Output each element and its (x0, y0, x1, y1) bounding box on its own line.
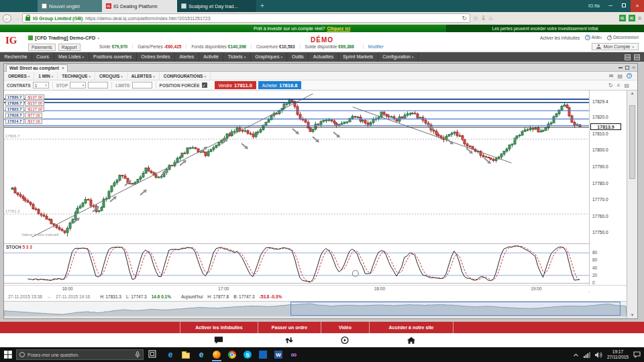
price-chart-area[interactable]: Valeur à titre indicatif 17830.7-$197.00… (4, 90, 589, 242)
chart-menu-technique[interactable]: TECHNIQUE▾ (58, 72, 95, 80)
candlestick-chart[interactable] (4, 90, 589, 242)
scroll-down-icon[interactable]: ▾ (627, 312, 637, 318)
nav-item-cours[interactable]: Cours (32, 52, 54, 62)
forward-button[interactable]: → (14, 15, 19, 21)
nav-item-graphiques[interactable]: Graphiques▾ (251, 52, 288, 62)
settings-icon[interactable]: ▤ (624, 82, 629, 88)
promo-message[interactable]: Prêt à investir sur un compte réel?Cliqu… (101, 25, 503, 32)
mic-icon[interactable] (135, 351, 140, 358)
limit-input[interactable] (132, 82, 152, 88)
nav-item-alertes[interactable]: Alertes (175, 52, 199, 62)
workspace-layout-icon[interactable] (625, 54, 631, 60)
my-account-button[interactable]: Mon Compte▾ (592, 43, 639, 50)
chart-menu-configurations[interactable]: CONFIGURATIONS▾ (160, 72, 211, 80)
chart-minimize-icon[interactable] (619, 67, 623, 68)
order-arrows-icon[interactable] (258, 333, 321, 347)
navigator-handle[interactable] (290, 302, 621, 316)
nav-item-ordres-limites[interactable]: Ordres limités (137, 52, 175, 62)
action-passer-un-ordre[interactable]: Passer un ordre (258, 322, 321, 333)
url-input[interactable]: IG Group Limited (GB) https://demo-deal.… (22, 13, 470, 23)
action-acceder-a-notre-site[interactable]: Accéder à notre site (369, 322, 453, 333)
print-icon[interactable]: ▤ (617, 73, 623, 79)
chart-close-icon[interactable]: × (632, 64, 635, 70)
chart-scrollbar[interactable]: ▴ ▾ (627, 90, 637, 318)
taskbar-app-chrome[interactable] (227, 349, 237, 361)
taskbar-app-skype[interactable]: S (242, 349, 253, 361)
chart-menu-ordres[interactable]: ORDRES▾ (4, 72, 34, 80)
nav-item-configuration[interactable]: Configuration▾ (378, 52, 419, 62)
taskbar-app-blue-app[interactable] (258, 349, 268, 361)
tooltips-link[interactable]: Activer les infobulles (540, 36, 580, 40)
nav-item-outils[interactable]: Outils (287, 52, 309, 62)
taskbar-clock[interactable]: 19:17 27/11/2015 (607, 349, 629, 360)
chevron-up-icon[interactable] (573, 353, 579, 357)
chart-menu-1-min[interactable]: 1 MIN▾ (34, 72, 58, 80)
refresh-icon[interactable]: ↻ (608, 82, 613, 88)
chart-tab-close-icon[interactable]: × (62, 65, 64, 72)
stochastic-chart[interactable] (4, 244, 589, 284)
help-icon[interactable]: ? (627, 73, 632, 78)
order-level-row[interactable]: 17814.7-$37.00 (5, 119, 42, 124)
order-level-row[interactable]: 17823.7-$127.00 (5, 107, 44, 112)
scroll-up-icon[interactable]: ▴ (627, 90, 637, 96)
nav-item-recherche[interactable]: Recherche (0, 52, 32, 62)
indicators-icon[interactable]: ≡ (617, 82, 621, 88)
report-button[interactable]: Rapport (58, 44, 80, 51)
back-button[interactable]: ← (3, 14, 11, 23)
window-maximize-button[interactable] (617, 0, 631, 12)
chart-navigator[interactable] (4, 301, 627, 316)
scrollbar-thumb[interactable] (629, 105, 635, 179)
home-icon[interactable]: ⌂ (489, 13, 492, 23)
action-activer-les-infobulles[interactable]: Activer les infobulles (180, 322, 258, 333)
modify-link[interactable]: Modifier (363, 44, 384, 49)
new-tab-button[interactable]: + (256, 0, 268, 12)
add-workspace-icon[interactable] (634, 54, 640, 60)
sell-button[interactable]: Vendre17811.0 (215, 81, 256, 89)
volume-icon[interactable] (595, 352, 602, 358)
logout-link[interactable]: Déconnexion (607, 35, 639, 40)
video-icon[interactable] (321, 333, 369, 347)
nav-item-mes-listes[interactable]: Mes Listes▾ (54, 52, 89, 62)
chart-menu-croquis[interactable]: CROQUIS▾ (95, 72, 127, 80)
order-level-row[interactable]: 17828.7-$157.00 (5, 101, 44, 106)
taskbar-app-visual-studio[interactable]: ∞ (288, 349, 299, 361)
horizontal-scrollbar[interactable] (4, 316, 627, 318)
action-center-icon[interactable] (633, 351, 641, 358)
contracts-input[interactable]: 1▾ (33, 82, 49, 88)
stop-input[interactable] (88, 82, 108, 88)
stop-type-dropdown[interactable]: ▾ (70, 82, 86, 88)
payments-button[interactable]: Paiements (28, 44, 56, 51)
task-view-icon[interactable] (148, 350, 156, 359)
action-video[interactable]: Vidéo (321, 322, 369, 333)
nav-item-positions-ouvertes[interactable]: Positions ouvertes (89, 52, 137, 62)
browser-tab-ig-platform[interactable]: IG IG Dealing Platform (102, 0, 177, 12)
chart-tab[interactable]: Wall Street au comptant× (6, 64, 68, 72)
menu-icon[interactable]: ≡ (638, 13, 641, 23)
taskbar-app-firefox[interactable] (211, 349, 222, 361)
nav-item-actualites[interactable]: Actualités (309, 52, 338, 62)
refresh-icon[interactable]: ↻ (462, 13, 467, 23)
chart-maximize-icon[interactable] (625, 66, 629, 70)
order-level-row[interactable]: 17830.7-$197.00 (5, 95, 44, 100)
ev-certificate-badge[interactable]: IG Group Limited (GB) (33, 16, 83, 21)
ig-bookmark-icon[interactable]: IG (629, 15, 635, 21)
help-menu[interactable]: ? Aide▾ (585, 35, 602, 40)
window-close-button[interactable]: × (631, 0, 644, 12)
price-axis[interactable]: 17813.9 17829.417820.017810.017800.01779… (589, 90, 627, 300)
stochastic-panel[interactable]: STOCH 5 3 3 (4, 243, 589, 284)
browser-tab-scalping[interactable]: Scalping et Day trad... (177, 0, 256, 12)
taskbar-app-edge[interactable]: e (165, 349, 176, 361)
email-icon[interactable]: ✉ (609, 73, 614, 79)
bookmark-star-icon[interactable]: ☆ (473, 13, 478, 23)
chat-icon[interactable] (180, 333, 258, 347)
window-minimize-button[interactable]: ─ (604, 0, 617, 12)
browser-tab-new[interactable]: Nouvel onglet (38, 0, 102, 12)
start-button[interactable] (0, 347, 16, 362)
network-icon[interactable] (584, 352, 590, 358)
order-level-row[interactable]: 17818.7-$77.00 (5, 113, 42, 118)
chart-menu-alertes[interactable]: ALERTES▾ (127, 72, 160, 80)
nav-item-sprint-markets[interactable]: Sprint Markets (339, 52, 378, 62)
taskbar-app-file-explorer[interactable] (180, 349, 191, 361)
taskbar-app-internet-explorer[interactable]: e (196, 349, 207, 361)
taskbar-app-word[interactable]: W (273, 349, 284, 361)
